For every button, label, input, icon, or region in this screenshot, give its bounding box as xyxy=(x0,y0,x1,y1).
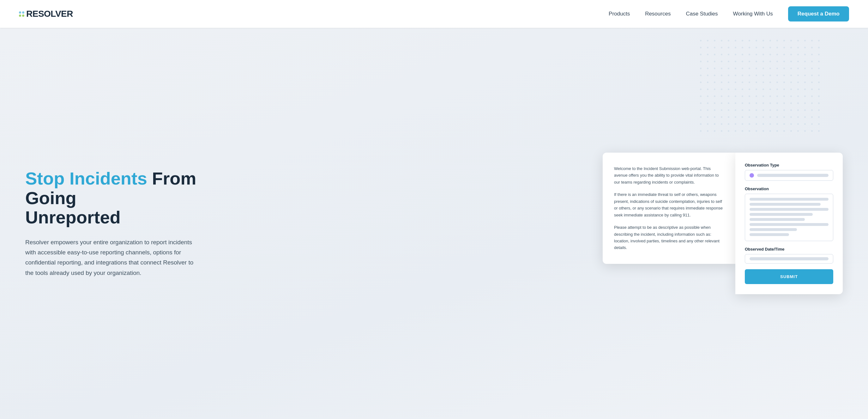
dot-pattern-cell xyxy=(728,102,729,104)
dot-pattern-cell xyxy=(742,109,743,111)
dot-pattern-cell xyxy=(735,130,736,132)
dot-pattern-cell xyxy=(763,116,764,118)
dot-pattern-cell xyxy=(707,74,709,76)
dot-pattern-cell xyxy=(749,130,750,132)
dot-pattern-cell xyxy=(755,116,757,118)
dot-pattern-cell xyxy=(783,88,785,90)
request-demo-button[interactable]: Request a Demo xyxy=(788,6,849,22)
submit-button[interactable]: SUBMIT xyxy=(745,269,833,284)
dot-pattern-cell xyxy=(742,54,743,55)
dot-pattern-cell xyxy=(811,95,813,97)
dot-pattern-cell xyxy=(818,54,820,55)
dot-pattern-cell xyxy=(700,102,702,104)
dot-pattern-cell xyxy=(797,116,799,118)
dot-pattern-cell xyxy=(811,54,813,55)
dot-pattern-cell xyxy=(804,102,806,104)
dot-pattern-cell xyxy=(707,61,709,62)
dot-pattern-cell xyxy=(770,130,771,132)
hero-title-dark-block: Unreported xyxy=(25,207,121,227)
dot-pattern-cell xyxy=(804,109,806,111)
dot-pattern-cell xyxy=(755,54,757,55)
dot-pattern-cell xyxy=(797,102,799,104)
dot-pattern-cell xyxy=(763,40,764,41)
dot-pattern-cell xyxy=(804,74,806,76)
dot-pattern-cell xyxy=(783,130,785,132)
dot-pattern-cell xyxy=(728,116,729,118)
dot-pattern-cell xyxy=(728,40,729,41)
dot-pattern-cell xyxy=(797,47,799,48)
nav-link-resources[interactable]: Resources xyxy=(645,11,671,17)
dot-pattern-cell xyxy=(818,88,820,90)
dot-pattern-cell xyxy=(790,40,792,41)
dot-pattern-cell xyxy=(721,116,722,118)
dot-pattern-cell xyxy=(776,61,778,62)
datetime-input[interactable] xyxy=(745,254,833,264)
dot-pattern-cell xyxy=(770,88,771,90)
dot-pattern-cell xyxy=(811,47,813,48)
hero-left: Stop Incidents From Going Unreported Res… xyxy=(25,169,215,278)
dot-pattern-cell xyxy=(728,109,729,111)
dot-pattern-cell xyxy=(714,102,715,104)
dot-pattern-cell xyxy=(818,109,820,111)
dot-pattern-cell xyxy=(763,54,764,55)
datetime-placeholder xyxy=(749,257,829,260)
dot-pattern-cell xyxy=(728,88,729,90)
logo-dots xyxy=(19,11,24,17)
dot-pattern-cell xyxy=(707,123,709,125)
dot-pattern-cell xyxy=(742,116,743,118)
dot-pattern-cell xyxy=(770,54,771,55)
dot-pattern-cell xyxy=(783,61,785,62)
dot-pattern-cell xyxy=(790,61,792,62)
dot-pattern-cell xyxy=(790,109,792,111)
dot-pattern-cell xyxy=(811,102,813,104)
dot-pattern-cell xyxy=(728,82,729,83)
dot-pattern-cell xyxy=(770,123,771,125)
observation-type-placeholder xyxy=(757,174,829,177)
dot-pattern-cell xyxy=(714,130,715,132)
dot-pattern-cell xyxy=(776,68,778,69)
dot-pattern-cell xyxy=(804,116,806,118)
dot-pattern-cell xyxy=(721,130,722,132)
dot-pattern-cell xyxy=(770,68,771,69)
dot-pattern-cell xyxy=(721,54,722,55)
dot-pattern-cell xyxy=(790,123,792,125)
dot-pattern-cell xyxy=(700,116,702,118)
dot-pattern-cell xyxy=(770,102,771,104)
textarea-line-6 xyxy=(749,223,829,226)
dot-pattern-cell xyxy=(707,116,709,118)
dot-pattern-cell xyxy=(783,47,785,48)
dot-pattern-cell xyxy=(700,74,702,76)
dot-pattern-cell xyxy=(811,74,813,76)
observation-type-input[interactable] xyxy=(745,170,833,181)
nav-link-products[interactable]: Products xyxy=(609,11,630,17)
logo-dot-tl xyxy=(19,11,21,13)
hero-description: Resolver empowers your entire organizati… xyxy=(25,237,202,278)
dot-pattern-cell xyxy=(728,61,729,62)
dot-pattern-cell xyxy=(804,68,806,69)
dot-pattern-cell xyxy=(735,47,736,48)
dot-pattern-cell xyxy=(742,95,743,97)
dot-pattern-cell xyxy=(755,102,757,104)
dot-pattern-cell xyxy=(804,61,806,62)
dot-pattern-cell xyxy=(783,68,785,69)
logo[interactable]: RESOLVER xyxy=(19,9,73,19)
dot-pattern-cell xyxy=(811,82,813,83)
dot-pattern-cell xyxy=(763,130,764,132)
dot-pattern-cell xyxy=(735,123,736,125)
dot-pattern-cell xyxy=(783,95,785,97)
dot-pattern-cell xyxy=(707,54,709,55)
dot-pattern-cell xyxy=(735,109,736,111)
nav-link-case-studies[interactable]: Case Studies xyxy=(686,11,718,17)
observation-textarea[interactable] xyxy=(745,194,833,241)
dot-pattern-cell xyxy=(783,54,785,55)
nav-link-working-with-us[interactable]: Working With Us xyxy=(733,11,773,17)
dot-pattern-cell xyxy=(700,61,702,62)
dot-pattern-cell xyxy=(790,116,792,118)
datetime-label: Observed Date/Time xyxy=(745,247,833,251)
dot-pattern-cell xyxy=(714,74,715,76)
dot-pattern-cell xyxy=(770,74,771,76)
dot-pattern-cell xyxy=(770,47,771,48)
dot-pattern-cell xyxy=(790,54,792,55)
nav-links: Products Resources Case Studies Working … xyxy=(609,6,849,22)
hero-section: Stop Incidents From Going Unreported Res… xyxy=(0,28,868,419)
